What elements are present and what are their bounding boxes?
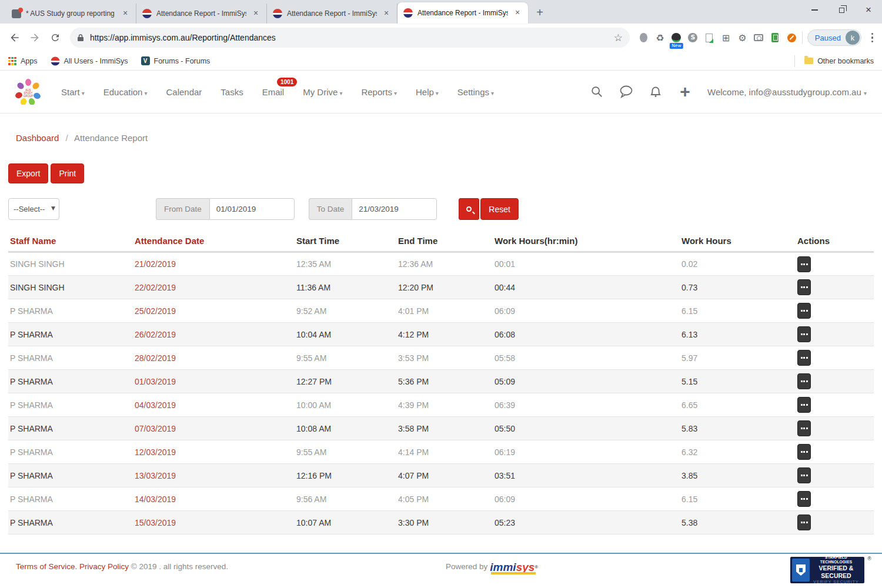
row-actions-button[interactable]	[797, 373, 811, 389]
attendance-date-cell: 13/03/2019	[133, 464, 295, 487]
end-time-cell: 3:53 PM	[396, 346, 493, 370]
staff-select[interactable]: --Select--	[8, 198, 59, 220]
breadcrumb-dashboard-link[interactable]: Dashboard	[16, 133, 59, 143]
nav-item-my-drive[interactable]: My Drive▾	[293, 81, 352, 103]
speedtest-extension-icon[interactable]: New	[671, 32, 682, 44]
close-button[interactable]: ×	[855, 0, 882, 20]
attendance-date-link: 14/03/2019	[135, 495, 176, 504]
other-bookmarks-button[interactable]: Other bookmarks	[804, 57, 874, 65]
column-header-attendance-date[interactable]: Attendance Date	[133, 232, 295, 252]
nav-item-help[interactable]: Help▾	[406, 81, 448, 103]
to-date-input[interactable]	[352, 198, 437, 220]
nav-item-label: Email	[262, 87, 285, 97]
recycle-extension-icon[interactable]: ♻	[654, 32, 666, 44]
tab-close-icon[interactable]: ×	[121, 9, 130, 18]
work-hours-cell: 6.15	[680, 487, 796, 511]
table-row: P SHARMA14/03/20199:56 AM4:05 PM06:096.1…	[8, 487, 874, 511]
verified-secured-badge[interactable]: STARFIELD TECHNOLOGIES VERIFIED & SECURE…	[790, 557, 864, 583]
document-extension-icon[interactable]	[704, 32, 715, 44]
svg-text:GROUP: GROUP	[24, 95, 34, 98]
from-date-input[interactable]	[209, 198, 295, 220]
bookmark-star-icon[interactable]: ☆	[614, 32, 623, 44]
ellipsis-icon	[801, 357, 808, 359]
gear-extension-icon[interactable]: ⚙	[737, 32, 748, 44]
staff-name-cell: P SHARMA	[8, 511, 133, 534]
column-header-staff-name[interactable]: Staff Name	[8, 232, 133, 252]
terms-link[interactable]: Terms of Service.	[16, 562, 77, 571]
restore-button[interactable]	[828, 0, 855, 20]
row-actions-button[interactable]	[797, 514, 811, 530]
reset-button[interactable]: Reset	[480, 198, 519, 220]
staff-name-cell: P SHARMA	[8, 299, 133, 323]
ellipsis-icon	[801, 427, 808, 429]
nav-item-education[interactable]: Education▾	[94, 81, 157, 103]
reload-button[interactable]	[46, 28, 64, 47]
attendance-date-link: 12/03/2019	[135, 447, 176, 457]
profile-button[interactable]: Paused k	[807, 29, 861, 46]
print-button[interactable]: Print	[51, 163, 84, 183]
minimize-button[interactable]	[801, 0, 828, 20]
row-actions-button[interactable]	[797, 350, 811, 366]
row-actions-button[interactable]	[797, 444, 811, 460]
row-actions-button[interactable]	[797, 397, 811, 413]
row-actions-button[interactable]	[797, 303, 811, 319]
camera-extension-icon[interactable]	[753, 32, 764, 44]
browser-tab[interactable]: * AUS Study group reporting tha×	[6, 4, 136, 24]
nav-item-settings[interactable]: Settings▾	[448, 81, 503, 103]
nav-item-tasks[interactable]: Tasks	[211, 81, 252, 103]
end-time-cell: 4:05 PM	[396, 487, 493, 511]
staff-name-cell: P SHARMA	[8, 346, 133, 370]
grid-extension-icon[interactable]: ⊞	[720, 32, 731, 44]
notifications-button[interactable]	[649, 85, 663, 99]
tab-close-icon[interactable]: ×	[251, 9, 260, 18]
nav-item-label: Reports	[361, 87, 392, 97]
back-button[interactable]	[6, 28, 24, 47]
browser-tab[interactable]: Attendance Report - ImmiSys×	[397, 2, 528, 24]
tab-close-icon[interactable]: ×	[513, 8, 522, 18]
nav-item-calendar[interactable]: Calendar	[156, 81, 211, 103]
row-actions-button[interactable]	[797, 491, 811, 507]
apps-shortcut[interactable]: Apps	[8, 57, 38, 65]
chevron-down-icon: ▾	[144, 90, 147, 96]
bookmark-forums[interactable]: V Forums - Forums	[141, 56, 211, 65]
actions-cell	[796, 346, 874, 370]
forward-button[interactable]	[26, 28, 44, 47]
work-hours-hrmin-cell: 06:08	[493, 323, 680, 346]
bookmark-all-users[interactable]: All Users - ImmiSys	[51, 56, 128, 66]
row-actions-button[interactable]	[797, 420, 811, 436]
row-actions-button[interactable]	[797, 326, 811, 342]
privacy-link[interactable]: Privacy Policy	[79, 562, 129, 571]
start-time-cell: 12:35 AM	[295, 252, 396, 276]
end-time-cell: 4:39 PM	[396, 393, 493, 417]
nav-item-email[interactable]: Email1001	[253, 81, 294, 103]
pen-extension-icon[interactable]	[786, 32, 797, 44]
address-bar[interactable]: https://app.immisys.com.au/Reporting/Att…	[70, 28, 630, 48]
browser-tab[interactable]: Attendance Report - ImmiSys×	[267, 4, 397, 24]
browser-tab[interactable]: Attendance Report - ImmiSys×	[136, 4, 267, 24]
add-button[interactable]: +	[678, 85, 692, 99]
row-actions-button[interactable]	[797, 467, 811, 483]
attendance-date-cell: 04/03/2019	[133, 393, 295, 417]
nav-item-reports[interactable]: Reports▾	[352, 81, 406, 103]
actions-cell	[796, 464, 874, 487]
nav-item-start[interactable]: Start▾	[52, 81, 94, 103]
lock-icon	[77, 34, 84, 42]
search-button[interactable]	[590, 85, 604, 99]
work-hours-hrmin-cell: 00:01	[493, 252, 680, 276]
attendance-date-link: 04/03/2019	[135, 400, 176, 410]
new-tab-button[interactable]: +	[532, 5, 548, 21]
row-actions-button[interactable]	[797, 279, 811, 295]
filter-search-button[interactable]	[459, 198, 479, 220]
messages-button[interactable]	[619, 85, 633, 99]
circle-extension-icon[interactable]	[638, 32, 649, 44]
table-row: SINGH SINGH22/02/201911:36 AM12:20 PM00:…	[8, 276, 874, 299]
actions-cell	[796, 252, 874, 276]
browser-menu-button[interactable]	[867, 33, 877, 43]
skype-extension-icon[interactable]: S	[687, 32, 699, 44]
tab-close-icon[interactable]: ×	[382, 9, 391, 18]
chat-bubble-icon	[619, 85, 633, 98]
account-dropdown[interactable]: Welcome, info@ausstudygroup.com.au ▾	[707, 87, 867, 97]
phone-extension-icon[interactable]	[770, 32, 781, 44]
export-button[interactable]: Export	[8, 163, 48, 183]
row-actions-button[interactable]	[797, 256, 811, 272]
